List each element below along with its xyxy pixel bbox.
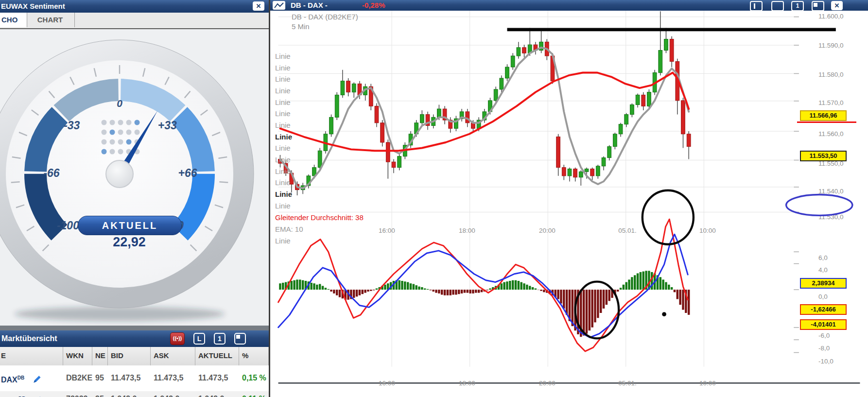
legend-item[interactable]: Linie	[275, 178, 291, 187]
column-aktuell[interactable]: AKTUELL	[195, 347, 239, 365]
histogram-bar	[447, 290, 449, 295]
candle-body	[625, 115, 628, 124]
panel-bar-icon[interactable]	[750, 1, 763, 11]
candle-body	[659, 51, 662, 73]
legend-item[interactable]: Linie	[275, 52, 291, 60]
histogram-bar	[608, 290, 610, 301]
histogram-bar	[398, 280, 400, 290]
wkn-value: DB2KE7	[63, 365, 92, 391]
legend-item[interactable]: Linie	[275, 167, 291, 175]
candle-body	[636, 95, 640, 104]
candle-body	[517, 48, 521, 56]
histogram-bar	[299, 279, 301, 290]
histogram-bar	[665, 282, 667, 290]
gauge-dot	[118, 120, 123, 125]
edit-pencil-icon[interactable]	[33, 395, 43, 397]
main-chart-svg[interactable]	[270, 11, 868, 397]
tab-tacho[interactable]: CHO	[0, 13, 27, 27]
histogram-bar	[634, 275, 636, 290]
histogram-bar	[563, 290, 565, 309]
histogram-bar	[441, 290, 443, 294]
layout-icon[interactable]: L	[193, 333, 205, 345]
gauge-dot	[118, 130, 123, 135]
price-axis-label: 11.540,0	[818, 188, 844, 195]
legend-item[interactable]: Linie	[275, 109, 291, 118]
gauge-tick	[11, 182, 20, 182]
legend-item[interactable]: Linie	[275, 144, 291, 152]
histogram-bar	[282, 283, 284, 290]
chart-titlebar: DB - DAX - -0,28% 1 ✕	[270, 0, 868, 11]
legend-item[interactable]: Gleitender Durchschnitt: 38	[275, 213, 364, 222]
broadcast-icon[interactable]: ((•))	[170, 332, 185, 345]
close-icon[interactable]: ✕	[253, 1, 264, 11]
histogram-bar	[404, 281, 406, 290]
flag-icon[interactable]	[812, 1, 824, 11]
instrument-name: DAXDB	[0, 365, 63, 391]
legend-item[interactable]: Linie	[275, 155, 291, 164]
ask-value: 1.049,0	[151, 391, 195, 397]
candle-body	[579, 172, 583, 177]
histogram-bar	[515, 280, 517, 290]
histogram-bar	[668, 285, 670, 290]
histogram-bar	[467, 290, 469, 293]
gauge-scale-label: +66	[178, 167, 197, 179]
one-icon[interactable]: 1	[791, 1, 804, 11]
price-axis-label: 11.590,0	[818, 42, 844, 49]
tab-chart[interactable]: CHART	[26, 13, 75, 27]
histogram-bar	[611, 290, 613, 298]
time-axis-label: 10:00	[693, 380, 722, 387]
legend-item[interactable]: Linie	[275, 121, 291, 129]
histogram-bar	[435, 290, 437, 293]
candle-body	[341, 81, 345, 95]
histogram-bar	[640, 272, 642, 290]
close-icon[interactable]: ✕	[831, 1, 843, 10]
column-bid[interactable]: BID	[108, 347, 151, 365]
column-name[interactable]: E	[0, 347, 63, 365]
histogram-bar	[279, 283, 281, 290]
histogram-bar	[526, 285, 528, 290]
column-news[interactable]: NE	[92, 347, 108, 365]
candle-body	[568, 169, 572, 176]
time-axis-label: 16:00	[372, 227, 401, 234]
candle-body	[505, 67, 509, 78]
legend-item[interactable]: Linie	[275, 64, 291, 72]
indicator-axis-label: -10,0	[818, 358, 833, 365]
histogram-bar	[472, 290, 474, 293]
table-row[interactable]: DB 72022 95 1.049,0 1.049,0 1.049,0 0,11…	[0, 391, 269, 397]
histogram-bar	[427, 289, 429, 290]
legend-item[interactable]: Linie	[275, 98, 291, 106]
gauge-dot	[102, 149, 107, 155]
legend-item[interactable]: Linie	[275, 86, 291, 95]
histogram-bar	[373, 290, 375, 290]
gauge-dot	[110, 149, 115, 155]
column-wkn[interactable]: WKN	[63, 347, 92, 365]
marktuebersicht-titlebar: Marktübersicht ((•)) L 1	[0, 330, 269, 347]
candle-body	[602, 158, 606, 166]
histogram-bar	[671, 287, 673, 290]
histogram-bar	[401, 281, 403, 290]
histogram-bar	[518, 281, 520, 290]
legend-item[interactable]: Linie	[275, 202, 291, 210]
candle-body	[347, 81, 350, 92]
gauge-dot	[110, 130, 115, 135]
gauge-dot	[135, 120, 140, 125]
edit-pencil-icon[interactable]	[32, 374, 42, 384]
legend-item[interactable]: Linie	[275, 190, 292, 198]
panel-empty-icon[interactable]	[771, 1, 784, 11]
flag-icon[interactable]	[234, 333, 246, 345]
candle-body	[392, 162, 396, 167]
histogram-bar	[478, 290, 480, 293]
bid-value: 1.049,0	[108, 391, 151, 397]
candle-body	[670, 39, 674, 62]
legend-item[interactable]: EMA: 10	[275, 225, 303, 233]
one-icon[interactable]: 1	[214, 333, 226, 345]
legend-item[interactable]: Linie	[275, 133, 292, 141]
legend-item[interactable]: Linie	[275, 237, 291, 245]
table-row[interactable]: DAXDB DB2KE7 95 11.473,5 11.473,5 11.473…	[0, 365, 269, 392]
gauge-scale-label: 0	[117, 98, 122, 109]
marktuebersicht-title: Marktübersicht	[1, 330, 57, 347]
window-frame	[0, 326, 269, 330]
column-pct[interactable]: %	[239, 347, 269, 365]
legend-item[interactable]: Linie	[275, 75, 291, 83]
column-ask[interactable]: ASK	[151, 347, 195, 365]
